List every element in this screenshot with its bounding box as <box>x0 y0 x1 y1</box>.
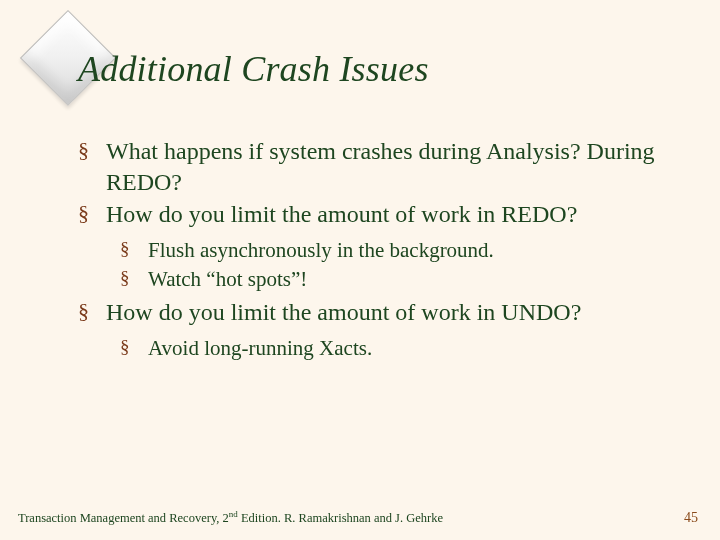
sub-bullet-item: Flush asynchronously in the background. <box>120 236 680 264</box>
sub-bullet-item: Avoid long-running Xacts. <box>120 334 680 362</box>
bullet-list-level1: What happens if system crashes during An… <box>78 136 680 362</box>
bullet-text-tail: ? <box>567 201 578 227</box>
footer-sup: nd <box>229 509 238 519</box>
bullet-list-level2: Avoid long-running Xacts. <box>106 334 680 362</box>
page-number: 45 <box>684 510 698 526</box>
bullet-text-tail: ? <box>171 169 182 195</box>
bullet-item: How do you limit the amount of work in R… <box>78 199 680 292</box>
slide-title: Additional Crash Issues <box>78 48 429 90</box>
bullet-list-level2: Flush asynchronously in the background. … <box>106 236 680 293</box>
slide-body: What happens if system crashes during An… <box>78 136 680 366</box>
bullet-text: How do you limit the amount of work in <box>106 299 501 325</box>
sub-bullet-item: Watch “hot spots”! <box>120 265 680 293</box>
term-redo: REDO <box>106 169 171 195</box>
footer-citation: Transaction Management and Recovery, 2nd… <box>18 509 443 526</box>
footer-post: Edition. R. Ramakrishnan and J. Gehrke <box>238 511 443 525</box>
bullet-text-tail: ? <box>571 299 582 325</box>
bullet-item: How do you limit the amount of work in U… <box>78 297 680 362</box>
bullet-item: What happens if system crashes during An… <box>78 136 680 197</box>
term-undo: UNDO <box>501 299 570 325</box>
bullet-text: How do you limit the amount of work in <box>106 201 501 227</box>
footer-pre: Transaction Management and Recovery, 2 <box>18 511 229 525</box>
bullet-text: What happens if system crashes during An… <box>106 138 655 164</box>
term-redo: REDO <box>501 201 566 227</box>
